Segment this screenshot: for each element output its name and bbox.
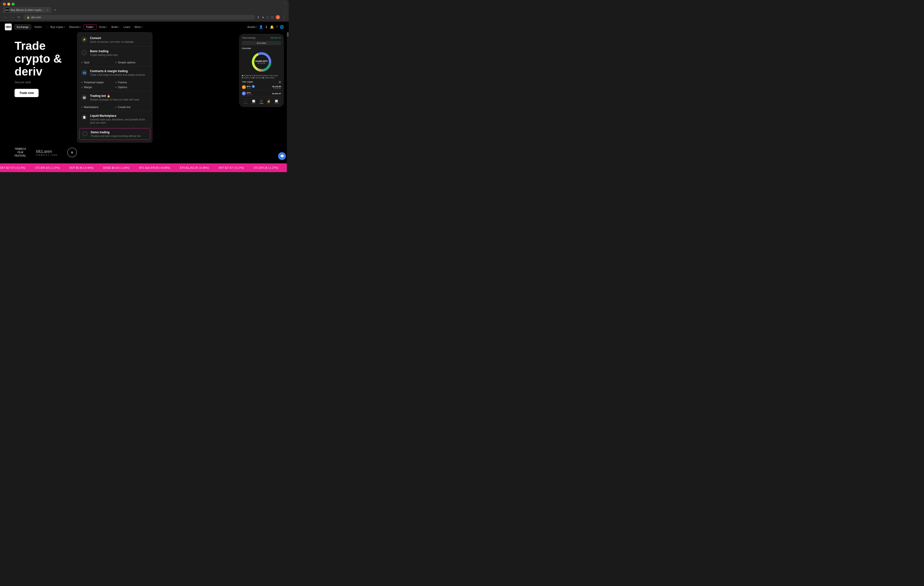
margin-label: Margin	[84, 86, 92, 89]
sub-item-options[interactable]: Options	[115, 85, 148, 89]
phone-nav-earn[interactable]: 💰 Earn	[267, 100, 270, 104]
okx-menu: Buy crypto ▾ Discover ▾ Trade ▾ Grow ▾ B…	[48, 24, 247, 30]
btc-icon: ₿	[242, 85, 246, 89]
new-tab-button[interactable]: +	[53, 7, 58, 13]
close-button[interactable]	[3, 3, 6, 6]
dropdown-item-trading-bot[interactable]: 🤖 Trading bot 🔥 Multiple strategies to h…	[78, 92, 152, 104]
okx-logo[interactable]: OKX	[5, 23, 12, 30]
basic-trading-sub-items: Spot Simple options	[78, 59, 152, 66]
scrollbar[interactable]	[287, 22, 289, 172]
home-label: Home	[244, 103, 248, 104]
go-to-earn-button[interactable]: Go to Earn	[242, 41, 281, 45]
basic-trading-content: Basic trading Crypto trading made easy	[90, 50, 148, 56]
sub-item-spot[interactable]: Spot	[81, 60, 114, 65]
dropdown-item-contracts-margin[interactable]: 👥 Contracts & margin trading Trade a ful…	[78, 67, 152, 79]
buy-crypto-label: Buy crypto	[51, 25, 63, 28]
assets-dropdown[interactable]: Assets ▾	[247, 25, 257, 28]
sub-item-create-bot[interactable]: Create bot	[115, 105, 148, 109]
grow-label: Grow	[99, 25, 105, 28]
phone-nav-market[interactable]: 📈 Market	[251, 100, 256, 104]
convert-title: Convert	[90, 36, 148, 40]
tab-title: Buy Bitcoin & other cryptocurr...	[11, 8, 45, 12]
bookmark-icon[interactable]: ★	[262, 15, 264, 19]
trading-bot-content: Trading bot 🔥 Multiple strategies to hel…	[90, 94, 148, 101]
dropdown-item-convert[interactable]: ⚡ Convert Quick conversion, zero fees, n…	[78, 34, 152, 46]
tab-favicon: OKX	[6, 8, 9, 12]
btc-usd-value: $2,132.89	[272, 86, 281, 88]
sub-item-perpetual-swaps[interactable]: Perpetual swaps	[81, 80, 114, 84]
btc-name: Bitcoin	[247, 88, 272, 89]
user-icon[interactable]: 👤	[259, 25, 263, 29]
tab-close-icon[interactable]: ✕	[46, 9, 48, 12]
options-label: Options	[118, 86, 127, 89]
phone-nav-portfolio[interactable]: 📊 Portfolio	[274, 100, 279, 104]
user-profile-dot[interactable]: J	[276, 15, 280, 20]
menu-item-trade[interactable]: Trade ▾	[84, 24, 97, 30]
convert-content: Convert Quick conversion, zero fees, no …	[90, 36, 148, 43]
menu-item-grow[interactable]: Grow ▾	[97, 25, 109, 29]
partners-section: TRI|BECA FILM FEST|VAL McLaren FORMULA 1…	[15, 147, 77, 157]
legend-others-label: 1.56% Others	[264, 77, 275, 79]
nav-buttons: ← → ↻	[3, 15, 21, 20]
reload-button[interactable]: ↻	[16, 15, 21, 20]
dropdown-item-liquid-marketplace[interactable]: 📋 Liquid Marketplace Instantly trade spo…	[78, 112, 152, 127]
trade-label: Trade	[86, 25, 93, 28]
eth-symbol: ETH	[247, 92, 272, 94]
ticker-item-dot1: DOT $5.46 (-0.46%)	[69, 166, 93, 169]
demo-trading-desc: Practice and learn crypto investing with…	[91, 134, 147, 137]
dropdown-item-basic-trading[interactable]: ↻ Basic trading Crypto trading made easy	[78, 47, 152, 59]
minimize-button[interactable]	[7, 3, 10, 6]
globe-icon[interactable]: 🌐	[280, 25, 284, 29]
build-chevron-icon: ▾	[118, 26, 119, 28]
menu-item-build[interactable]: Build ▾	[109, 25, 121, 29]
sub-item-marketplace[interactable]: Marketplace	[81, 105, 114, 109]
help-icon[interactable]: ?	[276, 25, 278, 29]
legend-ltc: 3.60% LTC	[242, 77, 252, 79]
title-bar: ⌃	[0, 0, 289, 7]
trading-bot-sub-items: Marketplace Create bot	[78, 104, 152, 111]
phone-nav-home[interactable]: ⌂ Home	[244, 100, 248, 104]
menu-item-learn[interactable]: Learn	[122, 25, 132, 29]
sub-item-futures[interactable]: Futures	[115, 80, 148, 84]
donut-percent: 44.88% BTC	[255, 60, 268, 62]
menu-item-discover[interactable]: Discover ▾	[67, 25, 83, 29]
forward-button[interactable]: →	[10, 15, 15, 20]
trade-now-button[interactable]: Trade now	[15, 89, 39, 97]
url-bar[interactable]: 🔒 okx.com	[23, 15, 255, 20]
legend-usdt-label: 17.66% USDT	[267, 75, 278, 76]
download-icon[interactable]: ⬇	[265, 25, 268, 29]
share-icon[interactable]: ⬆	[257, 15, 260, 19]
nav-tab-exchange[interactable]: Exchange	[14, 24, 31, 30]
browser-more-icon[interactable]: ⋮	[282, 15, 286, 20]
bell-icon[interactable]: 🔔	[270, 25, 274, 29]
total-earnings-label: Total earnings	[242, 36, 256, 39]
dropdown-item-demo-trading[interactable]: 🖥 Demo trading Practice and learn crypto…	[79, 128, 150, 140]
menu-item-more[interactable]: More ▾	[133, 25, 144, 29]
menu-item-buy-crypto[interactable]: Buy crypto ▾	[48, 25, 67, 29]
legend-others: 1.56% Others	[263, 77, 275, 79]
nav-tab-wallet[interactable]: Wallet	[32, 24, 45, 30]
more-chevron-icon: ▾	[142, 26, 142, 28]
sub-item-margin[interactable]: Margin	[81, 85, 114, 89]
your-crypto-settings-icon[interactable]: ◎	[279, 81, 281, 83]
phone-nav-trade[interactable]: ⬡ Trade	[260, 100, 263, 104]
toolbar-icons: ⬆ ★ ⬡ ⊡ J ⋮	[257, 15, 286, 20]
back-button[interactable]: ←	[3, 15, 8, 20]
discover-chevron-icon: ▾	[80, 26, 81, 28]
chat-bubble-button[interactable]: 💬	[278, 152, 286, 160]
extension-icon[interactable]: ⬡	[266, 15, 269, 19]
sub-item-simple-options[interactable]: Simple options	[115, 60, 148, 65]
eth-icon: Ξ	[242, 91, 246, 95]
window-controls-icon[interactable]: ⌃	[284, 2, 286, 6]
discover-label: Discover	[69, 25, 79, 28]
ticker-item-doge1: DOGE $0.10 (-1.19%)	[103, 166, 129, 169]
market-icon: 📈	[252, 100, 255, 103]
tribeca-logo: TRI|BECA FILM FEST|VAL	[15, 147, 26, 157]
profile-icon[interactable]: ⊡	[271, 15, 274, 19]
mclaren-logo: McLaren FORMULA 1 TEAM	[36, 149, 58, 156]
basic-trading-title: Basic trading	[90, 50, 148, 53]
btc-symbol: BTC 1	[247, 85, 272, 88]
contracts-margin-desc: Trade a full range of contracts and marg…	[90, 73, 148, 76]
maximize-button[interactable]	[12, 3, 15, 6]
browser-tab[interactable]: OKX Buy Bitcoin & other cryptocurr... ✕	[3, 7, 51, 13]
